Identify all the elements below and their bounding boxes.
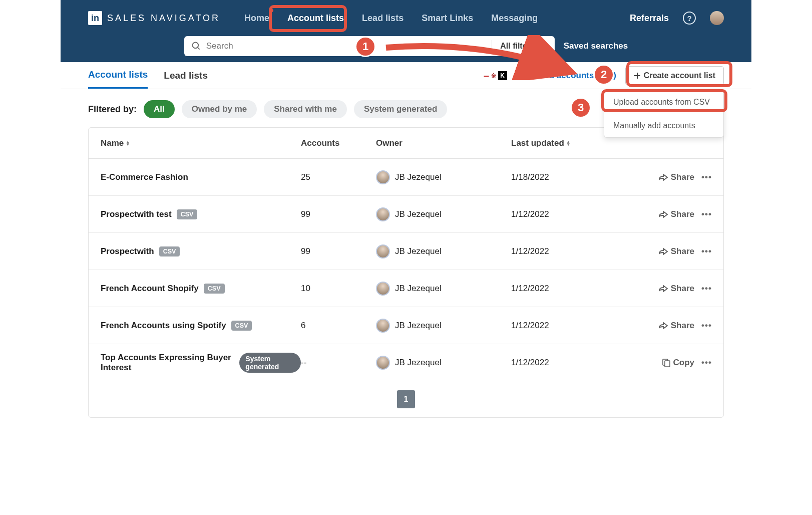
owner-avatar <box>376 319 390 333</box>
owner-avatar <box>376 170 390 184</box>
list-name-cell[interactable]: French Account ShopifyCSV <box>101 284 301 294</box>
nav-smart-links[interactable]: Smart Links <box>413 2 482 35</box>
accounts-count: -- <box>301 358 376 368</box>
list-name-cell[interactable]: E-Commerce Fashion <box>101 172 301 182</box>
owner-name: JB Jezequel <box>395 172 442 182</box>
all-filters-button[interactable]: All filters <box>492 40 547 52</box>
sort-icon: ▴▾ <box>127 141 129 146</box>
subtab-lead-lists[interactable]: Lead lists <box>164 63 208 88</box>
owner-avatar <box>376 244 390 259</box>
user-avatar[interactable] <box>710 11 724 25</box>
col-name[interactable]: Name▴▾ <box>101 138 301 148</box>
nav-messaging[interactable]: Messaging <box>482 2 547 35</box>
more-actions-button[interactable]: ••• <box>701 172 711 182</box>
logo-icon: in <box>88 11 102 25</box>
share-icon <box>659 285 668 292</box>
more-actions-button[interactable]: ••• <box>701 246 711 256</box>
share-button[interactable]: Share <box>659 284 694 294</box>
last-updated: 1/12/2022 <box>511 284 626 294</box>
csv-badge: CSV <box>204 284 225 294</box>
share-icon <box>659 248 668 255</box>
page-1-button[interactable]: 1 <box>397 390 415 408</box>
share-icon <box>659 322 668 329</box>
owner-cell: JB Jezequel <box>376 282 511 296</box>
dropdown-upload-csv[interactable]: Upload accounts from CSV <box>604 91 723 114</box>
annotation-badge-2: 2 <box>593 64 614 85</box>
list-name-cell[interactable]: Top Accounts Expressing Buyer InterestSy… <box>101 353 301 373</box>
owner-cell: JB Jezequel <box>376 319 511 333</box>
owner-cell: JB Jezequel <box>376 170 511 184</box>
create-account-list-button[interactable]: Create account list <box>625 66 724 85</box>
svg-point-3 <box>544 43 546 45</box>
share-button[interactable]: Share <box>659 321 694 331</box>
annotation-badge-3: 3 <box>570 97 591 118</box>
table-row[interactable]: Top Accounts Expressing Buyer InterestSy… <box>89 344 723 381</box>
col-owner: Owner <box>376 138 511 148</box>
owner-name: JB Jezequel <box>395 358 442 368</box>
more-actions-button[interactable]: ••• <box>701 284 711 294</box>
filter-chip-owned[interactable]: Owned by me <box>182 100 257 118</box>
col-last-updated[interactable]: Last updated▴▾ <box>511 138 626 148</box>
sort-icon: ▴▾ <box>567 141 570 146</box>
list-name-cell[interactable]: Prospectwith testCSV <box>101 209 301 219</box>
search-input[interactable] <box>206 41 492 51</box>
table-row[interactable]: E-Commerce Fashion25JB Jezequel1/18/2022… <box>89 159 723 196</box>
accounts-table: Name▴▾ Accounts Owner Last updated▴▾ E-C… <box>88 127 724 418</box>
list-name: E-Commerce Fashion <box>101 172 188 182</box>
list-name: Top Accounts Expressing Buyer Interest <box>101 353 234 373</box>
svg-point-5 <box>541 47 543 49</box>
filter-label: Filtered by: <box>88 104 137 115</box>
search-bar-row: All filters Saved searches <box>61 36 751 62</box>
nav-home[interactable]: Home <box>235 2 278 35</box>
table-row[interactable]: Prospectwith testCSV99JB Jezequel1/12/20… <box>89 196 723 233</box>
owner-cell: JB Jezequel <box>376 207 511 221</box>
logo-text: SALES NAVIGATOR <box>107 13 220 24</box>
last-updated: 1/12/2022 <box>511 358 626 368</box>
thumb-k-icon: K <box>498 71 507 80</box>
last-updated: 1/18/2022 <box>511 172 626 182</box>
owner-avatar <box>376 356 390 370</box>
owner-cell: JB Jezequel <box>376 244 511 259</box>
nav-referrals[interactable]: Referrals <box>630 13 669 24</box>
actions-cell: Share••• <box>626 246 711 256</box>
more-actions-button[interactable]: ••• <box>701 358 711 368</box>
filter-chip-shared[interactable]: Shared with me <box>264 100 347 118</box>
copy-button[interactable]: Copy <box>662 358 695 368</box>
list-name-cell[interactable]: French Accounts using SpotifyCSV <box>101 321 301 331</box>
nav-lead-lists[interactable]: Lead lists <box>353 2 413 35</box>
actions-cell: Copy••• <box>626 358 711 368</box>
more-actions-button[interactable]: ••• <box>701 209 711 219</box>
list-name: Prospectwith test <box>101 209 172 219</box>
table-row[interactable]: French Accounts using SpotifyCSV6JB Jeze… <box>89 307 723 344</box>
owner-avatar <box>376 207 390 221</box>
dropdown-manual-add[interactable]: Manually add accounts <box>604 114 723 137</box>
svg-point-0 <box>192 43 198 49</box>
filter-chip-system[interactable]: System generated <box>354 100 447 118</box>
share-button[interactable]: Share <box>659 209 694 219</box>
share-button[interactable]: Share <box>659 246 694 256</box>
pagination: 1 <box>89 381 723 417</box>
account-thumbnails: ▬ ※ K <box>484 71 507 80</box>
accounts-count: 25 <box>301 172 376 182</box>
owner-avatar <box>376 282 390 296</box>
accounts-count: 6 <box>301 321 376 331</box>
system-generated-badge: System generated <box>239 353 301 373</box>
subtab-account-lists[interactable]: Account lists <box>88 62 148 89</box>
more-actions-button[interactable]: ••• <box>701 321 711 331</box>
actions-cell: Share••• <box>626 209 711 219</box>
share-button[interactable]: Share <box>659 172 694 182</box>
share-icon <box>659 174 668 181</box>
last-updated: 1/12/2022 <box>511 246 626 256</box>
list-name: Prospectwith <box>101 246 154 256</box>
share-icon <box>659 211 668 218</box>
help-icon[interactable]: ? <box>683 12 696 25</box>
table-row[interactable]: French Account ShopifyCSV10JB Jezequel1/… <box>89 270 723 307</box>
annotation-badge-1: 1 <box>355 36 376 57</box>
owner-name: JB Jezequel <box>395 284 442 294</box>
table-row[interactable]: ProspectwithCSV99JB Jezequel1/12/2022Sha… <box>89 233 723 270</box>
nav-account-lists[interactable]: Account lists <box>278 2 353 35</box>
primary-nav: Home Account lists Lead lists Smart Link… <box>235 2 547 35</box>
saved-searches-link[interactable]: Saved searches <box>564 41 628 51</box>
filter-chip-all[interactable]: All <box>144 100 175 118</box>
list-name-cell[interactable]: ProspectwithCSV <box>101 246 301 256</box>
